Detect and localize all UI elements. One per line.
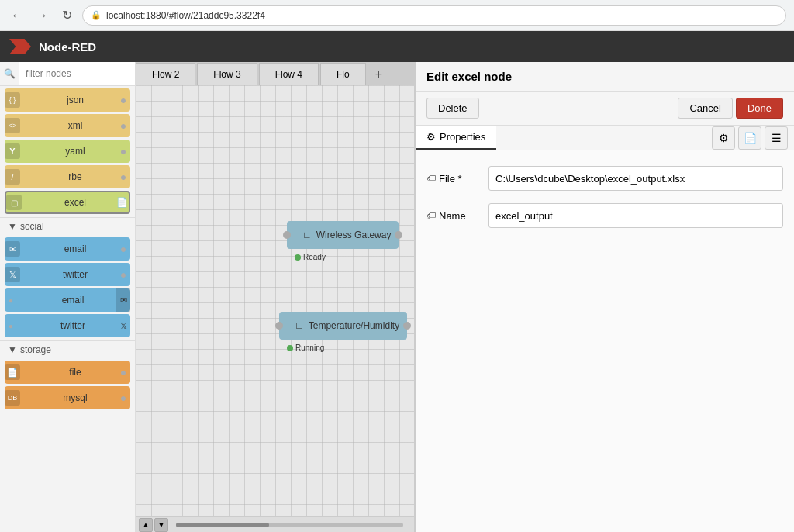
tab-flow4-label: Flow 4 — [275, 69, 302, 80]
sidebar-item-file[interactable]: 📄 file ● — [5, 361, 130, 384]
twitter-out-port: ● — [116, 263, 130, 286]
canvas-grid[interactable]: ∟ Wireless Gateway Ready ∟ Temperature/H… — [136, 85, 414, 516]
excel-icon: ▢ — [6, 195, 22, 210]
sidebar-item-json[interactable]: { } json ● — [5, 88, 130, 112]
email-out-icon: ✉ — [5, 241, 20, 257]
sidebar-item-mysql[interactable]: DB mysql ● — [5, 386, 130, 409]
tab-list-icon-button[interactable]: ☰ — [765, 126, 788, 150]
twitter-out-label: twitter — [25, 269, 126, 280]
tab-bar: Flow 2 Flow 3 Flow 4 Flo + — [136, 62, 414, 85]
file-label: file — [25, 367, 126, 378]
tab-settings-icon-button[interactable]: ⚙ — [712, 126, 735, 150]
email-in-port: ● — [3, 292, 19, 308]
sidebar-item-yaml[interactable]: Y yaml ● — [5, 140, 130, 163]
sidebar-item-excel[interactable]: ▢ excel 📄 — [5, 191, 130, 214]
url-text: localhost:1880/#flow/21addc95.3322f4 — [106, 10, 265, 21]
email-out-label: email — [25, 244, 126, 254]
social-label: social — [20, 221, 44, 232]
file-input[interactable] — [488, 166, 783, 191]
wireless-gateway-port-left — [283, 231, 291, 239]
sidebar-item-twitter-in[interactable]: ● twitter 𝕏 — [5, 314, 130, 337]
scroll-left-button[interactable]: ▲ — [139, 518, 153, 532]
chevron-down-icon: ▼ — [8, 221, 17, 232]
canvas-node-wireless-gateway[interactable]: ∟ Wireless Gateway Ready — [287, 221, 399, 249]
panel-content: 🏷 File * 🏷 Name — [416, 150, 794, 532]
twitter-in-port: ● — [3, 318, 19, 333]
panel-toolbar-left: Delete — [426, 98, 479, 119]
mysql-icon: DB — [5, 390, 20, 406]
file-label-text: File * — [439, 173, 462, 185]
sidebar-item-twitter-out[interactable]: 𝕏 twitter ● — [5, 263, 130, 286]
twitter-in-icon: 𝕏 — [116, 314, 130, 337]
temperature-status-text: Running — [295, 344, 324, 352]
done-button[interactable]: Done — [736, 98, 783, 119]
temperature-label: Temperature/Humidity — [309, 320, 399, 331]
json-port-right: ● — [116, 88, 130, 112]
temperature-port-left — [275, 322, 283, 330]
tab-flow5[interactable]: Flo — [320, 63, 366, 85]
section-social[interactable]: ▼ social — [0, 217, 135, 235]
xml-port-right: ● — [116, 114, 130, 137]
xml-label: xml — [25, 120, 126, 131]
wireless-gateway-status: Ready — [295, 253, 326, 261]
wireless-gateway-port-right — [395, 231, 402, 239]
main-layout: 🔍 { } json ● <> xml ● Y yaml ● / rbe ● ▢… — [0, 62, 794, 532]
temperature-status-dot — [287, 345, 293, 351]
name-form-row: 🏷 Name — [426, 203, 783, 228]
sidebar-item-email-out[interactable]: ✉ email ● — [5, 237, 130, 261]
canvas-wires — [136, 85, 414, 516]
cancel-button[interactable]: Cancel — [678, 98, 732, 119]
right-panel: Edit excel node Delete Cancel Done ⚙ Pro… — [414, 62, 794, 532]
refresh-button[interactable]: ↻ — [57, 6, 76, 25]
sidebar-item-xml[interactable]: <> xml ● — [5, 114, 130, 137]
sidebar: 🔍 { } json ● <> xml ● Y yaml ● / rbe ● ▢… — [0, 62, 136, 532]
yaml-port-right: ● — [116, 140, 130, 163]
tab-flow2-label: Flow 2 — [152, 69, 179, 80]
forward-button[interactable]: → — [33, 6, 51, 25]
name-tag-icon: 🏷 — [426, 210, 436, 221]
scroll-right-button[interactable]: ▼ — [154, 518, 168, 532]
panel-tabs: ⚙ Properties ⚙ 📄 ☰ — [416, 126, 794, 150]
tab-description-icon-button[interactable]: 📄 — [738, 126, 761, 150]
filter-nodes-input[interactable] — [19, 62, 135, 85]
wireless-gateway-label: Wireless Gateway — [316, 230, 392, 240]
name-label: 🏷 Name — [426, 210, 488, 222]
file-label: 🏷 File * — [426, 173, 488, 185]
panel-title: Edit excel node — [426, 70, 512, 83]
delete-button[interactable]: Delete — [426, 98, 479, 119]
canvas-bottom-bar: ▲ ▼ — [136, 516, 414, 532]
name-label-text: Name — [439, 210, 466, 222]
temperature-status: Running — [287, 344, 324, 352]
browser-chrome: ← → ↻ 🔒 localhost:1880/#flow/21addc95.33… — [0, 0, 794, 31]
back-button[interactable]: ← — [8, 6, 26, 25]
canvas-node-temperature[interactable]: ∟ Temperature/Humidity Running — [279, 312, 407, 340]
address-bar[interactable]: 🔒 localhost:1880/#flow/21addc95.3322f4 — [82, 5, 786, 26]
rbe-label: rbe — [25, 171, 126, 182]
yaml-label: yaml — [25, 146, 126, 157]
tab-flow2[interactable]: Flow 2 — [136, 63, 195, 85]
tab-properties[interactable]: ⚙ Properties — [416, 126, 496, 150]
panel-toolbar-right: Cancel Done — [678, 98, 783, 119]
tab-flow5-label: Flo — [337, 69, 350, 80]
name-input[interactable] — [488, 203, 783, 228]
tab-flow3[interactable]: Flow 3 — [197, 63, 257, 85]
twitter-out-icon: 𝕏 — [5, 267, 20, 282]
tab-flow4[interactable]: Flow 4 — [259, 63, 319, 85]
mysql-port-right: ● — [116, 386, 130, 409]
email-in-icon: ✉ — [116, 288, 130, 312]
scrollbar-track[interactable] — [176, 523, 403, 527]
twitter-in-label: twitter — [20, 320, 126, 331]
section-storage[interactable]: ▼ storage — [0, 340, 135, 358]
file-tag-icon: 🏷 — [426, 173, 436, 184]
email-out-port: ● — [116, 237, 130, 261]
app-logo — [9, 39, 31, 54]
rbe-icon: / — [5, 169, 20, 185]
panel-toolbar: Delete Cancel Done — [416, 92, 794, 126]
sidebar-item-rbe[interactable]: / rbe ● — [5, 165, 130, 188]
wireless-gateway-status-dot — [295, 254, 301, 261]
excel-port-right: 📄 — [115, 192, 129, 212]
sidebar-item-email-in[interactable]: ● email ✉ — [5, 288, 130, 312]
file-port-right: ● — [116, 361, 130, 384]
yaml-icon: Y — [5, 143, 20, 159]
add-tab-button[interactable]: + — [368, 64, 390, 85]
